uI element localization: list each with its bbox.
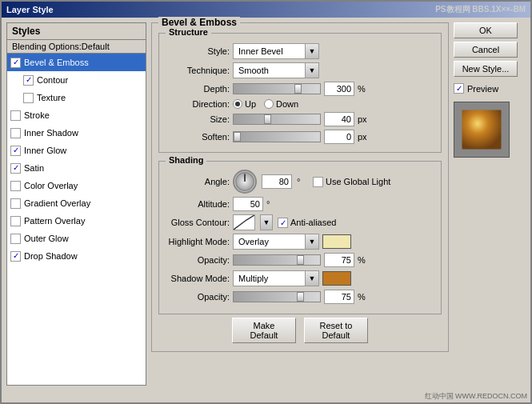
- shadow-opacity-slider[interactable]: [233, 291, 321, 302]
- gloss-contour-label: Gloss Contour:: [166, 218, 230, 227]
- highlight-opacity-row: Opacity: %: [166, 253, 434, 267]
- size-slider[interactable]: [233, 114, 321, 125]
- sidebar-item-color-overlay[interactable]: Color Overlay: [7, 177, 146, 194]
- highlight-opacity-thumb[interactable]: [297, 255, 304, 265]
- soften-input[interactable]: [324, 130, 354, 144]
- checkbox-contour[interactable]: [23, 75, 34, 86]
- structure-title: Structure: [166, 27, 211, 37]
- technique-value: Smooth: [233, 62, 305, 78]
- sidebar-item-texture[interactable]: Texture: [7, 89, 146, 106]
- technique-dropdown-arrow[interactable]: ▼: [305, 62, 319, 78]
- direction-down-radio[interactable]: [264, 99, 274, 109]
- soften-slider[interactable]: [233, 131, 321, 142]
- angle-controls: ° Use Global Light: [233, 170, 390, 194]
- checkbox-outer-glow[interactable]: [10, 234, 21, 244]
- sidebar-item-satin[interactable]: Satin: [7, 159, 146, 177]
- gloss-contour-box[interactable]: [233, 214, 255, 230]
- highlight-mode-arrow[interactable]: ▼: [305, 234, 319, 250]
- shadow-opacity-label: Opacity:: [166, 292, 230, 302]
- label-drop-shadow: Drop Shadow: [24, 249, 78, 263]
- bottom-buttons: Make Default Reset to Default: [158, 314, 442, 345]
- shadow-mode-label: Shadow Mode:: [166, 274, 230, 283]
- highlight-opacity-slider[interactable]: [233, 254, 321, 266]
- ok-button[interactable]: OK: [454, 22, 518, 38]
- anti-aliased-checkbox[interactable]: [278, 218, 288, 228]
- make-default-button[interactable]: Make Default: [232, 318, 296, 343]
- soften-slider-thumb[interactable]: [234, 132, 241, 142]
- checkbox-gradient-overlay[interactable]: [10, 198, 21, 209]
- sidebar-item-inner-glow[interactable]: Inner Glow: [7, 142, 146, 159]
- direction-up-option[interactable]: Up: [233, 99, 256, 109]
- shadow-mode-select[interactable]: Multiply ▼: [233, 270, 319, 286]
- highlight-mode-label: Highlight Mode:: [166, 237, 230, 246]
- altitude-label: Altitude:: [166, 199, 230, 209]
- global-light-checkbox[interactable]: [313, 177, 323, 187]
- highlight-mode-select[interactable]: Overlay ▼: [233, 234, 319, 250]
- sidebar-item-pattern-overlay[interactable]: Pattern Overlay: [7, 212, 146, 230]
- soften-unit: px: [358, 132, 369, 142]
- sidebar-item-drop-shadow[interactable]: Drop Shadow: [7, 247, 146, 265]
- size-input[interactable]: [324, 112, 354, 126]
- checkbox-inner-shadow[interactable]: [10, 128, 21, 138]
- shadow-opacity-thumb[interactable]: [297, 292, 304, 302]
- depth-unit: %: [358, 84, 369, 94]
- checkbox-inner-glow[interactable]: [10, 146, 21, 156]
- checkbox-bevel-emboss[interactable]: [10, 58, 21, 68]
- sidebar-item-stroke[interactable]: Stroke: [7, 106, 146, 124]
- preview-option[interactable]: Preview: [454, 83, 526, 94]
- checkbox-drop-shadow[interactable]: [10, 251, 21, 262]
- highlight-opacity-unit: %: [358, 255, 369, 265]
- altitude-row: Altitude: °: [166, 197, 434, 211]
- style-select[interactable]: Inner Bevel ▼: [233, 43, 319, 59]
- technique-select[interactable]: Smooth ▼: [233, 62, 319, 78]
- blending-options-label[interactable]: Blending Options:Default: [6, 40, 146, 54]
- layer-list: Bevel & Emboss Contour Texture Stroke In…: [6, 54, 146, 386]
- anti-aliased-option[interactable]: Anti-aliased: [278, 218, 336, 228]
- shading-section: Shading Angle:: [158, 161, 442, 314]
- highlight-opacity-input[interactable]: [324, 253, 354, 267]
- checkbox-satin[interactable]: [10, 163, 21, 174]
- angle-input[interactable]: [262, 174, 292, 189]
- right-panel: OK Cancel New Style... Preview: [454, 22, 526, 386]
- depth-row: Depth: %: [166, 82, 434, 96]
- preview-checkbox[interactable]: [454, 83, 464, 94]
- angle-label: Angle:: [166, 177, 230, 186]
- depth-input[interactable]: [324, 82, 354, 96]
- checkbox-color-overlay[interactable]: [10, 181, 21, 191]
- depth-slider[interactable]: [233, 83, 321, 94]
- shadow-opacity-unit: %: [358, 292, 369, 302]
- sidebar-item-contour[interactable]: Contour: [7, 71, 146, 89]
- depth-slider-thumb[interactable]: [294, 84, 302, 94]
- new-style-button[interactable]: New Style...: [454, 61, 518, 77]
- sidebar-item-inner-shadow[interactable]: Inner Shadow: [7, 124, 146, 142]
- angle-dial[interactable]: [233, 170, 257, 194]
- checkbox-pattern-overlay[interactable]: [10, 216, 21, 226]
- label-stroke: Stroke: [24, 108, 50, 122]
- shadow-mode-value: Multiply: [233, 270, 305, 286]
- altitude-input[interactable]: [233, 197, 263, 211]
- cancel-button[interactable]: Cancel: [454, 42, 518, 58]
- sidebar-item-bevel-emboss[interactable]: Bevel & Emboss: [7, 54, 146, 71]
- direction-label: Direction:: [166, 99, 230, 109]
- label-pattern-overlay: Pattern Overlay: [24, 214, 85, 228]
- style-dropdown-arrow[interactable]: ▼: [305, 43, 319, 59]
- direction-up-radio[interactable]: [233, 99, 242, 109]
- sidebar-item-gradient-overlay[interactable]: Gradient Overlay: [7, 194, 146, 212]
- checkbox-stroke[interactable]: [10, 110, 21, 121]
- global-light-option[interactable]: Use Global Light: [313, 177, 390, 187]
- gloss-contour-arrow[interactable]: ▼: [260, 214, 273, 230]
- highlight-color-swatch[interactable]: [322, 234, 351, 249]
- shadow-mode-arrow[interactable]: ▼: [305, 270, 319, 286]
- checkbox-texture[interactable]: [23, 93, 34, 103]
- shadow-color-swatch[interactable]: [322, 271, 351, 286]
- size-slider-thumb[interactable]: [264, 114, 271, 124]
- main-content: Bevel & Emboss Structure Style: Inner Be…: [151, 22, 449, 386]
- label-satin: Satin: [24, 161, 44, 175]
- shadow-opacity-input[interactable]: [324, 290, 354, 304]
- reset-to-default-button[interactable]: Reset to Default: [304, 318, 368, 343]
- sidebar-item-outer-glow[interactable]: Outer Glow: [7, 230, 146, 247]
- direction-down-label: Down: [276, 99, 298, 109]
- technique-row: Technique: Smooth ▼: [166, 62, 434, 78]
- direction-down-option[interactable]: Down: [264, 99, 298, 109]
- dialog-title: Layer Style: [6, 5, 54, 14]
